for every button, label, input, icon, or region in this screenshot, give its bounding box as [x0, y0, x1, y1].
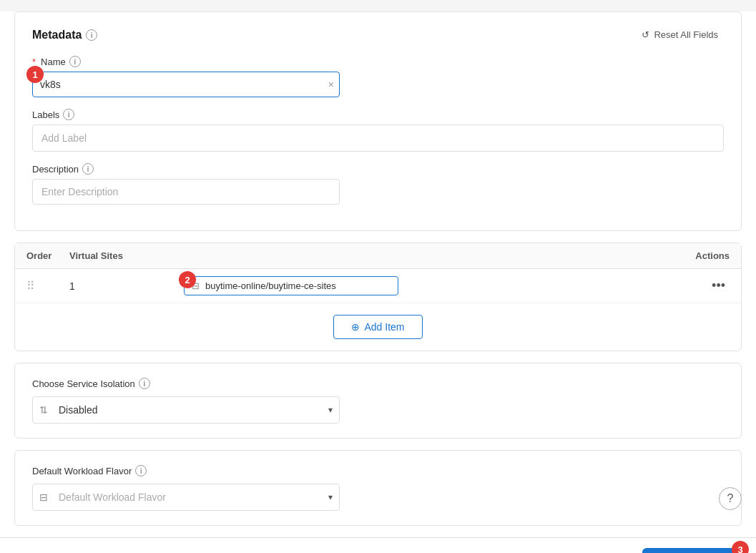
service-isolation-card: Choose Service Isolation i ⇅ Disabled En…: [14, 363, 742, 439]
col-empty: [184, 250, 672, 261]
add-item-button[interactable]: ⊕ Add Item: [333, 315, 422, 339]
name-info-icon[interactable]: i: [69, 56, 81, 67]
reset-label: Reset All Fields: [654, 29, 718, 40]
virtual-sites-table: Order Virtual Sites Actions ⠿ 1 2 ⊟ buyt…: [14, 243, 742, 351]
section-title-metadata: Metadata i: [32, 29, 97, 41]
service-isolation-label: Choose Service Isolation i: [32, 378, 724, 389]
labels-field-group: Labels i: [32, 109, 724, 152]
col-order: Order: [26, 250, 69, 261]
step-badge-1: 1: [26, 66, 44, 83]
save-and-exit-button[interactable]: Save and Exit 3: [642, 548, 742, 553]
step-badge-2: 2: [179, 271, 196, 288]
description-input[interactable]: [32, 179, 340, 205]
help-button[interactable]: ?: [719, 487, 742, 510]
name-clear-button[interactable]: ×: [328, 79, 334, 90]
add-item-row: ⊕ Add Item: [15, 303, 741, 351]
step-badge-3: 3: [732, 541, 749, 553]
service-isolation-select-wrapper: ⇅ Disabled Enabled ▾: [32, 396, 340, 424]
description-info-icon[interactable]: i: [82, 163, 94, 175]
add-icon: ⊕: [351, 321, 360, 333]
workload-flavor-select-wrapper: ⊟ Default Workload Flavor ▾: [32, 484, 340, 511]
labels-label: Labels i: [32, 109, 724, 120]
name-input[interactable]: [32, 72, 340, 97]
labels-input[interactable]: [32, 124, 724, 152]
row-actions: •••: [672, 277, 730, 295]
site-value: buytime-online/buytime-ce-sites: [205, 280, 391, 291]
virtual-site-cell: 2 ⊟ buytime-online/buytime-ce-sites: [184, 276, 672, 295]
table-header: Order Virtual Sites Actions: [15, 243, 741, 269]
add-item-label: Add Item: [364, 321, 404, 333]
bottom-bar: Save and Exit 3: [0, 537, 756, 553]
service-isolation-select[interactable]: Disabled Enabled: [32, 396, 340, 424]
labels-info-icon[interactable]: i: [63, 109, 74, 120]
workload-flavor-select[interactable]: Default Workload Flavor: [32, 484, 340, 511]
metadata-info-icon[interactable]: i: [86, 29, 97, 41]
name-input-wrapper: 1 ×: [32, 72, 340, 97]
drag-handle[interactable]: ⠿: [26, 279, 69, 293]
name-field-group: * Name i 1 ×: [32, 56, 724, 97]
col-virtual-sites: Virtual Sites: [69, 250, 184, 261]
reset-all-fields-button[interactable]: ↺ Reset All Fields: [636, 26, 724, 43]
workload-flavor-label: Default Workload Flavor i: [32, 465, 724, 476]
description-field-group: Description i: [32, 163, 724, 205]
workload-flavor-info-icon[interactable]: i: [135, 465, 147, 476]
row-order-num: 1: [69, 280, 184, 292]
service-isolation-info-icon[interactable]: i: [139, 378, 150, 389]
metadata-title: Metadata: [32, 29, 82, 41]
table-row: ⠿ 1 2 ⊟ buytime-online/buytime-ce-sites …: [15, 269, 741, 303]
reset-icon: ↺: [642, 29, 649, 40]
description-label: Description i: [32, 163, 724, 175]
name-label: * Name i: [32, 56, 724, 67]
row-more-button[interactable]: •••: [707, 277, 730, 295]
workload-flavor-card: Default Workload Flavor i ⊟ Default Work…: [14, 450, 742, 526]
col-actions: Actions: [672, 250, 730, 261]
